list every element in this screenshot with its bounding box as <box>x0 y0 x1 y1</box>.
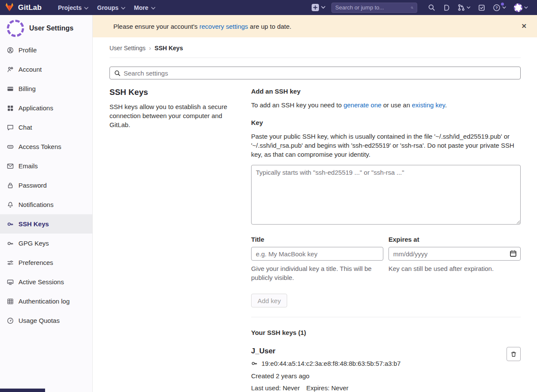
chevron-down-icon <box>502 6 506 9</box>
monitor-icon <box>7 279 14 286</box>
sidebar-item-authentication-log[interactable]: Authentication log <box>0 292 92 311</box>
avatar <box>514 3 522 12</box>
chevron-down-icon <box>524 6 528 9</box>
settings-sidebar: User Settings Profile Account Billing Ap… <box>0 15 93 392</box>
sidebar-item-chat[interactable]: Chat <box>0 118 92 137</box>
svg-text:?: ? <box>495 5 498 10</box>
breadcrumb-current: SSH Keys <box>155 45 183 52</box>
expires-label: Expires at <box>388 236 521 243</box>
settings-search[interactable] <box>109 67 521 79</box>
generate-one-link[interactable]: generate one <box>343 101 381 109</box>
chevron-down-icon <box>467 6 470 9</box>
sidebar-item-password[interactable]: Password <box>0 176 92 195</box>
sidebar-item-label: Active Sessions <box>18 278 64 286</box>
breadcrumb-separator-icon: › <box>149 44 151 52</box>
chevron-down-icon <box>151 4 155 11</box>
todos-button[interactable] <box>474 4 489 11</box>
search-icon <box>411 5 413 11</box>
issues-button[interactable] <box>439 4 454 11</box>
brand-name: GitLab <box>18 3 42 12</box>
merge-requests-button[interactable] <box>454 4 474 11</box>
settings-search-input[interactable] <box>124 70 516 77</box>
sidebar-item-active-sessions[interactable]: Active Sessions <box>0 272 92 292</box>
section-intro: SSH Keys SSH keys allow you to establish… <box>109 88 238 392</box>
nav-menu-more[interactable]: More <box>130 2 159 14</box>
sidebar-item-profile[interactable]: Profile <box>0 40 92 60</box>
issues-icon <box>443 4 450 11</box>
sidebar-item-label: Usage Quotas <box>18 317 60 324</box>
chat-icon <box>7 124 14 131</box>
plus-icon <box>312 4 319 11</box>
profile-icon <box>7 47 14 54</box>
key-help-text: Paste your public SSH key, which is usua… <box>251 132 521 159</box>
sidebar-item-label: Access Tokens <box>18 143 61 150</box>
account-icon <box>7 66 14 73</box>
user-menu[interactable] <box>510 3 532 12</box>
chevron-down-icon <box>84 4 88 11</box>
your-ssh-keys-title: Your SSH keys (1) <box>251 329 521 336</box>
key-expires: Expires: Never <box>306 384 348 392</box>
title-label: Title <box>251 236 383 243</box>
main-content: Please ensure your account's recovery se… <box>93 15 537 392</box>
key-fingerprint: 19:e0:44:a5:14:c2:3a:e8:f8:48:8b:63:5b:5… <box>261 360 400 367</box>
key-last-used: Last used: Never <box>251 384 300 392</box>
top-navbar: GitLab Projects Groups More <box>0 0 537 15</box>
sidebar-item-ssh-keys[interactable]: SSH Keys <box>0 214 92 234</box>
notification-dot <box>501 3 504 6</box>
sidebar-item-access-tokens[interactable]: Access Tokens <box>0 137 92 156</box>
sidebar-item-label: Applications <box>18 104 53 112</box>
avatar <box>7 20 24 37</box>
envelope-icon <box>7 163 14 170</box>
link-status-bubble <box>0 389 45 392</box>
help-menu[interactable]: ? <box>489 4 510 12</box>
merge-request-icon <box>458 4 465 11</box>
new-item-dropdown[interactable] <box>312 4 325 11</box>
key-name[interactable]: J_User <box>251 347 507 356</box>
global-search[interactable] <box>331 3 417 13</box>
sidebar-item-usage-quotas[interactable]: Usage Quotas <box>0 311 92 330</box>
sidebar-item-account[interactable]: Account <box>0 60 92 79</box>
sidebar-item-emails[interactable]: Emails <box>0 156 92 176</box>
add-ssh-key-title: Add an SSH key <box>251 88 521 95</box>
page-title: SSH Keys <box>109 88 238 97</box>
key-icon <box>7 240 14 247</box>
title-field-group: Title Give your individual key a title. … <box>251 236 383 282</box>
gitlab-logo[interactable]: GitLab <box>4 2 42 13</box>
nav-menu-projects[interactable]: Projects <box>54 2 93 14</box>
sidebar-item-applications[interactable]: Applications <box>0 98 92 118</box>
add-key-button[interactable]: Add key <box>251 294 287 307</box>
sidebar-item-label: SSH Keys <box>18 220 49 228</box>
ssh-key-textarea[interactable] <box>251 165 521 225</box>
recovery-settings-link[interactable]: recovery settings <box>199 23 248 30</box>
todo-check-icon <box>478 4 485 11</box>
sidebar-item-label: Authentication log <box>18 298 70 305</box>
alert-close-button[interactable]: ✕ <box>518 21 530 32</box>
delete-key-button[interactable] <box>507 347 521 361</box>
sidebar-item-gpg-keys[interactable]: GPG Keys <box>0 234 92 253</box>
expires-help-text: Key can still be used after expiration. <box>388 264 521 273</box>
sidebar-item-label: Chat <box>18 124 32 131</box>
chevron-down-icon <box>121 4 125 11</box>
key-icon <box>251 360 258 367</box>
sidebar-item-label: Profile <box>18 46 37 54</box>
title-input[interactable] <box>251 247 383 261</box>
sidebar-item-notifications[interactable]: Notifications <box>0 195 92 214</box>
gauge-icon <box>7 317 14 324</box>
key-icon <box>7 221 14 228</box>
trash-icon <box>510 351 517 358</box>
sidebar-item-label: Preferences <box>18 259 53 266</box>
global-search-input[interactable] <box>335 4 411 11</box>
sidebar-item-preferences[interactable]: Preferences <box>0 253 92 272</box>
breadcrumb-user-settings[interactable]: User Settings <box>109 45 146 52</box>
page-description: SSH keys allow you to establish a secure… <box>109 102 238 129</box>
key-label: Key <box>251 119 521 126</box>
existing-key-link[interactable]: existing key <box>412 101 445 109</box>
nav-menu-groups[interactable]: Groups <box>93 2 130 14</box>
expires-at-input[interactable] <box>388 247 521 261</box>
sidebar-header: User Settings <box>0 15 92 40</box>
expires-field-group: Expires at Key can still be used after e… <box>388 236 521 282</box>
sidebar-item-billing[interactable]: Billing <box>0 79 92 98</box>
recovery-alert-banner: Please ensure your account's recovery se… <box>93 15 537 37</box>
search-button[interactable] <box>424 4 439 11</box>
search-icon <box>428 4 435 11</box>
